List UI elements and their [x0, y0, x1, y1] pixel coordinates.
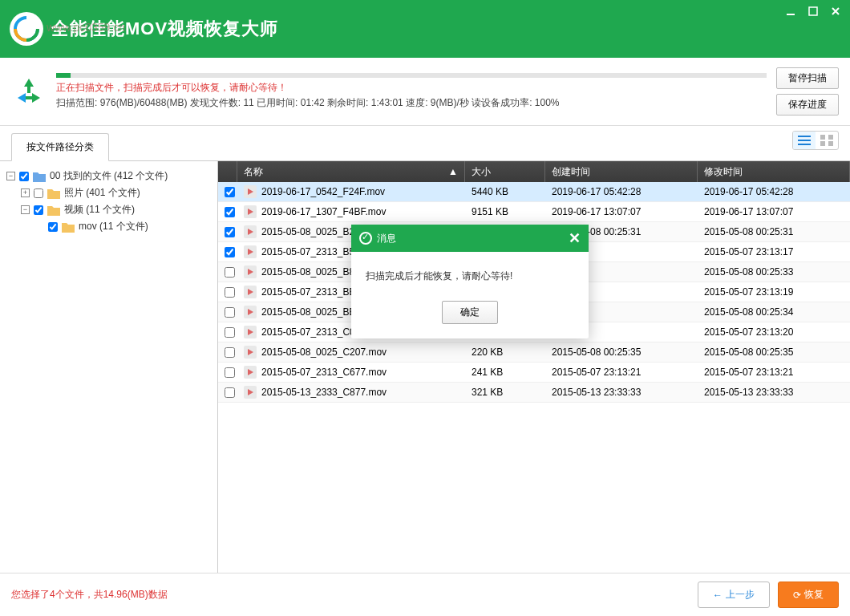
dialog-header: 消息 ✕ [351, 225, 589, 252]
message-dialog: 消息 ✕ 扫描完成后才能恢复，请耐心等待! 确定 [351, 225, 589, 338]
file-list-header: 名称▲ 大小 创建时间 修改时间 [218, 161, 850, 182]
file-name: 2019-06-17_1307_F4BF.mov [261, 206, 386, 217]
file-size: 241 KB [465, 367, 545, 378]
table-row[interactable]: 2015-05-07_2313_C677.mov241 KB2015-05-07… [218, 363, 850, 383]
drive-icon [33, 171, 46, 182]
watermark: www.pc0359.cn [47, 21, 125, 34]
pause-scan-button[interactable]: 暂停扫描 [776, 67, 839, 89]
recover-button[interactable]: ⟳恢复 [778, 582, 839, 608]
file-ctime: 2015-05-13 23:33:33 [545, 387, 698, 398]
file-mtime: 2015-05-08 00:25:34 [698, 306, 850, 318]
row-checkbox[interactable] [225, 267, 235, 278]
table-row[interactable]: 2015-05-13_2333_C877.mov321 KB2015-05-13… [218, 383, 850, 403]
video-file-icon [244, 386, 257, 399]
close-button[interactable] [826, 3, 845, 19]
column-checkbox[interactable] [218, 161, 237, 182]
window-controls [781, 3, 845, 19]
column-size[interactable]: 大小 [465, 161, 545, 182]
file-mtime: 2015-05-07 23:13:21 [698, 367, 850, 378]
video-file-icon [244, 185, 257, 198]
row-checkbox[interactable] [225, 307, 235, 318]
column-name[interactable]: 名称▲ [237, 161, 465, 182]
file-mtime: 2015-05-08 00:25:35 [698, 346, 850, 358]
selection-bar: 您选择了4个文件，共14.96(MB)数据 ←上一步 ⟳恢复 [0, 573, 850, 616]
row-checkbox[interactable] [225, 287, 235, 298]
file-list[interactable]: 名称▲ 大小 创建时间 修改时间 2019-06-17_0542_F24F.mo… [218, 161, 850, 573]
column-mtime[interactable]: 修改时间 [698, 161, 850, 182]
file-name: 2015-05-13_2333_C877.mov [261, 387, 387, 398]
tree-label: 视频 (11 个文件) [64, 203, 135, 217]
selection-summary: 您选择了4个文件，共14.96(MB)数据 [11, 588, 168, 602]
tree-item[interactable]: +照片 (401 个文件) [5, 184, 212, 201]
file-name: 2015-05-08_0025_C207.mov [261, 346, 387, 358]
file-name: 2019-06-17_0542_F24F.mov [261, 186, 385, 197]
maximize-button[interactable] [803, 3, 823, 19]
file-mtime: 2019-06-17 13:07:07 [698, 206, 850, 217]
row-checkbox[interactable] [225, 347, 235, 358]
video-file-icon [244, 326, 257, 338]
tree-checkbox[interactable] [48, 222, 58, 232]
tree-label: 00 找到的文件 (412 个文件) [50, 169, 168, 183]
dialog-body: 扫描完成后才能恢复，请耐心等待! [351, 252, 589, 301]
dialog-ok-button[interactable]: 确定 [442, 301, 498, 324]
tree-item[interactable]: −00 找到的文件 (412 个文件) [5, 168, 212, 184]
file-mtime: 2019-06-17 05:42:28 [698, 186, 850, 197]
svg-rect-6 [828, 135, 833, 140]
tree-toggle-icon[interactable]: − [6, 172, 15, 180]
tree-item[interactable]: mov (11 个文件) [5, 218, 212, 235]
check-circle-icon [359, 232, 372, 245]
video-file-icon [244, 245, 257, 258]
prev-step-button[interactable]: ←上一步 [698, 582, 770, 608]
column-ctime[interactable]: 创建时间 [545, 161, 698, 182]
video-file-icon [244, 306, 257, 318]
row-checkbox[interactable] [225, 207, 235, 217]
tree-toggle-icon[interactable]: + [21, 188, 30, 197]
table-row[interactable]: 2019-06-17_1307_F4BF.mov9151 KB2019-06-1… [218, 202, 850, 222]
svg-rect-1 [809, 7, 817, 15]
tabbar: 按文件路径分类 [0, 126, 850, 161]
video-file-icon [244, 225, 257, 238]
folder-icon [62, 221, 75, 233]
table-row[interactable]: 2015-05-08_0025_C207.mov220 KB2015-05-08… [218, 342, 850, 363]
scan-status-panel: 正在扫描文件，扫描完成后才可以恢复，请耐心等待！ 扫描范围: 976(MB)/6… [0, 58, 850, 126]
list-view-button[interactable] [793, 132, 816, 149]
row-checkbox[interactable] [225, 187, 235, 197]
titlebar: 全能佳能MOV视频恢复大师 www.pc0359.cn [0, 0, 850, 58]
file-ctime: 2019-06-17 05:42:28 [545, 186, 698, 197]
recycle-icon [11, 74, 47, 109]
minimize-button[interactable] [781, 3, 800, 19]
tree-checkbox[interactable] [34, 205, 43, 215]
row-checkbox[interactable] [225, 227, 235, 237]
dialog-close-button[interactable]: ✕ [569, 229, 581, 247]
svg-rect-5 [820, 135, 825, 140]
main-split: −00 找到的文件 (412 个文件)+照片 (401 个文件)−视频 (11 … [0, 161, 850, 573]
row-checkbox[interactable] [225, 367, 235, 378]
table-row[interactable]: 2019-06-17_0542_F24F.mov5440 KB2019-06-1… [218, 182, 850, 202]
row-checkbox[interactable] [225, 387, 235, 398]
tree-toggle-icon[interactable]: − [21, 205, 30, 214]
tree-checkbox[interactable] [19, 172, 29, 181]
file-ctime: 2015-05-07 23:13:21 [545, 367, 698, 378]
file-mtime: 2015-05-08 00:25:33 [698, 266, 850, 278]
save-progress-button[interactable]: 保存进度 [776, 94, 839, 116]
row-checkbox[interactable] [225, 247, 235, 257]
video-file-icon [244, 286, 257, 298]
tab-by-path[interactable]: 按文件路径分类 [11, 133, 109, 161]
video-file-icon [244, 366, 257, 379]
file-mtime: 2015-05-13 23:33:33 [698, 387, 850, 398]
file-mtime: 2015-05-07 23:13:20 [698, 326, 850, 338]
scan-status-line2: 扫描范围: 976(MB)/60488(MB) 发现文件数: 11 已用时间: … [56, 96, 767, 110]
file-size: 9151 KB [465, 206, 545, 217]
tree-label: 照片 (401 个文件) [64, 186, 140, 200]
tree-item[interactable]: −视频 (11 个文件) [5, 201, 212, 218]
video-file-icon [244, 205, 257, 218]
file-ctime: 2019-06-17 13:07:07 [545, 206, 698, 217]
tree-checkbox[interactable] [34, 188, 43, 198]
file-name: 2015-05-07_2313_C677.mov [261, 367, 387, 378]
grid-view-button[interactable] [816, 132, 838, 149]
view-toggle [792, 131, 839, 150]
file-size: 321 KB [465, 387, 545, 398]
folder-tree[interactable]: −00 找到的文件 (412 个文件)+照片 (401 个文件)−视频 (11 … [0, 161, 218, 573]
row-checkbox[interactable] [225, 327, 235, 338]
svg-rect-2 [798, 136, 811, 137]
